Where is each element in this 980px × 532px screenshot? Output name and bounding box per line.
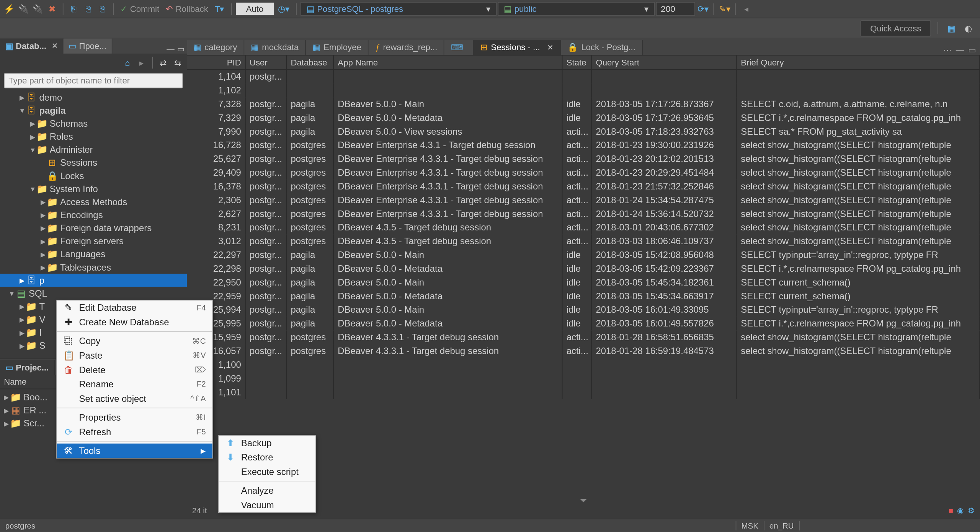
- perspective-icon-2[interactable]: ◐: [962, 21, 975, 34]
- tree-item-pagila[interactable]: ▼🗄pagila: [0, 104, 187, 117]
- tx-mode-button[interactable]: T▾: [212, 4, 227, 14]
- context-menu[interactable]: ✎Edit DatabaseF4 ✚Create New Database ⿻C…: [56, 300, 213, 459]
- menu-tools[interactable]: 🛠Tools▶: [57, 444, 212, 458]
- disconnect-icon[interactable]: ✖: [46, 2, 59, 15]
- scroll-down-icon[interactable]: [580, 499, 587, 502]
- sql-editor-icon[interactable]: ⎘: [67, 2, 80, 15]
- tab-database-navigator[interactable]: ▣ Datab... ✕: [0, 39, 63, 54]
- close-icon[interactable]: ✕: [547, 43, 554, 52]
- tab-projects[interactable]: ▭ Projec...: [0, 360, 55, 375]
- settings-icon[interactable]: ⚙: [968, 506, 975, 516]
- tree-item-sessions[interactable]: ⊞Sessions: [0, 156, 187, 169]
- maximize-icon[interactable]: ▭: [177, 44, 185, 54]
- table-row[interactable]: 2,306postgr...postgresDBeaver Enterprise…: [187, 193, 980, 207]
- plug-icon-2[interactable]: 🔌: [31, 2, 44, 15]
- menu-restore[interactable]: ⬇Restore: [219, 450, 316, 465]
- perspective-icon-1[interactable]: ▦: [945, 21, 958, 34]
- col-brief-query[interactable]: Brief Query: [737, 55, 980, 69]
- table-row[interactable]: 1,100: [187, 358, 980, 372]
- editor-tab[interactable]: ▦mockdata: [244, 40, 306, 55]
- menu-properties[interactable]: Properties⌘I: [57, 410, 212, 425]
- table-row[interactable]: 22,297postgr...pagilaDBeaver 5.0.0 - Mai…: [187, 248, 980, 262]
- editor-tab[interactable]: ƒrewards_rep...: [369, 40, 445, 55]
- table-row[interactable]: 2,627postgr...postgresDBeaver Enterprise…: [187, 207, 980, 221]
- table-row[interactable]: 7,329postgr...pagilaDBeaver 5.0.0 - Meta…: [187, 111, 980, 125]
- table-row[interactable]: 16,728postgr...postgresDBeaver Enterpris…: [187, 139, 980, 152]
- close-icon[interactable]: ✕: [52, 42, 57, 50]
- table-row[interactable]: 29,409postgr...postgresDBeaver Enterpris…: [187, 166, 980, 180]
- schema-selector[interactable]: ▤ public ▾: [498, 2, 655, 16]
- table-row[interactable]: 22,950postgr...pagilaDBeaver 5.0.0 - Mai…: [187, 276, 980, 289]
- history-button[interactable]: ◷▾: [275, 4, 292, 14]
- col-query-start[interactable]: Query Start: [592, 55, 737, 69]
- tree-item-administer[interactable]: ▼📁Administer: [0, 143, 187, 156]
- tools-submenu[interactable]: ⬆Backup ⬇Restore Execute script Analyze …: [218, 435, 316, 513]
- editor-tab[interactable]: ⌨: [444, 40, 474, 55]
- forward-icon[interactable]: ▸: [135, 56, 148, 69]
- menu-refresh[interactable]: ⟳RefreshF5: [57, 424, 212, 439]
- home-icon[interactable]: ⌂: [121, 56, 134, 69]
- menu-copy[interactable]: ⿻Copy⌘C: [57, 334, 212, 348]
- tree-item-locks[interactable]: 🔒Locks: [0, 169, 187, 182]
- maximize-icon[interactable]: ▭: [968, 45, 976, 55]
- refresh-icon[interactable]: ⟳▾: [697, 2, 710, 15]
- table-row[interactable]: 1,099: [187, 372, 980, 385]
- table-row[interactable]: 16,057postgr...postgresDBeaver 4.3.3.1 -…: [187, 344, 980, 358]
- table-row[interactable]: 22,959postgr...pagilaDBeaver 5.0.0 - Met…: [187, 289, 980, 303]
- table-row[interactable]: 3,012postgr...postgresDBeaver 4.3.5 - Ta…: [187, 235, 980, 248]
- col-pid[interactable]: PID: [187, 55, 246, 69]
- sql-script-icon[interactable]: ⎘: [82, 2, 95, 15]
- auto-button[interactable]: Auto: [235, 3, 274, 15]
- tree-item-encodings[interactable]: ▶📁Encodings: [0, 208, 187, 221]
- menu-rename[interactable]: RenameF2: [57, 377, 212, 392]
- earth-icon[interactable]: ◉: [957, 506, 964, 516]
- sql-new-icon[interactable]: ⎘: [96, 2, 109, 15]
- col-app-name[interactable]: App Name: [334, 55, 562, 69]
- menu-edit-database[interactable]: ✎Edit DatabaseF4: [57, 300, 212, 315]
- quick-access-button[interactable]: Quick Access: [861, 20, 931, 36]
- back-icon[interactable]: ◂: [740, 2, 753, 15]
- menu-execute-script[interactable]: Execute script: [219, 464, 316, 479]
- table-row[interactable]: 25,995postgr...pagilaDBeaver 5.0.0 - Met…: [187, 317, 980, 331]
- editor-tab[interactable]: ⊞Sessions - ...✕: [474, 40, 561, 55]
- menu-vacuum[interactable]: Vacuum: [219, 498, 316, 512]
- minimize-icon[interactable]: —: [956, 45, 964, 55]
- table-row[interactable]: 22,298postgr...pagilaDBeaver 5.0.0 - Met…: [187, 262, 980, 276]
- table-row[interactable]: 1,101: [187, 385, 980, 399]
- sessions-table-body[interactable]: 1,104postgr...1,1027,328postgr...pagilaD…: [187, 70, 980, 399]
- collapse-icon[interactable]: ⇆: [171, 56, 184, 69]
- editor-tab[interactable]: 🔒Lock - Postg...: [561, 40, 642, 55]
- stop-icon[interactable]: ■: [949, 506, 953, 516]
- col-database[interactable]: Database: [287, 55, 334, 69]
- table-row[interactable]: 7,990postgr...pagilaDBeaver 5.0.0 - View…: [187, 125, 980, 139]
- col-user[interactable]: User: [246, 55, 287, 69]
- rollback-button[interactable]: ↶Rollback: [163, 4, 211, 14]
- menu-set-active-object[interactable]: Set active object^⇧A: [57, 391, 212, 406]
- table-row[interactable]: 25,627postgr...postgresDBeaver Enterpris…: [187, 152, 980, 166]
- minimize-icon[interactable]: —: [167, 44, 174, 54]
- filter-input[interactable]: [4, 73, 183, 88]
- link-icon[interactable]: ⇄: [157, 56, 170, 69]
- tree-item-foreign-servers[interactable]: ▶📁Foreign servers: [0, 235, 187, 248]
- menu-backup[interactable]: ⬆Backup: [219, 436, 316, 450]
- tree-item-fdw[interactable]: ▶📁Foreign data wrappers: [0, 222, 187, 235]
- tree-item-system-info[interactable]: ▼📁System Info: [0, 182, 187, 195]
- table-row[interactable]: 8,231postgr...postgresDBeaver 4.3.5 - Ta…: [187, 221, 980, 235]
- commit-button[interactable]: ✓Commit: [118, 4, 162, 14]
- tree-item-schemas[interactable]: ▶📁Schemas: [0, 117, 187, 130]
- editor-tab[interactable]: ▦Employee: [306, 40, 369, 55]
- tree-item-selected-db[interactable]: ▶🗄p: [0, 274, 187, 287]
- table-row[interactable]: 16,378postgr...postgresDBeaver Enterpris…: [187, 180, 980, 193]
- datasource-selector[interactable]: ▤ PostgreSQL - postgres ▾: [301, 2, 497, 16]
- table-row[interactable]: 25,994postgr...pagilaDBeaver 5.0.0 - Mai…: [187, 303, 980, 317]
- rows-limit-input[interactable]: [656, 2, 695, 16]
- table-row[interactable]: 7,328postgr...pagilaDBeaver 5.0.0 - Main…: [187, 97, 980, 111]
- menu-analyze[interactable]: Analyze: [219, 483, 316, 498]
- tree-item-languages[interactable]: ▶📁Languages: [0, 248, 187, 261]
- table-row[interactable]: 1,104postgr...: [187, 70, 980, 84]
- highlight-icon[interactable]: ✎▾: [718, 2, 731, 15]
- plug-connected-icon[interactable]: ⚡: [3, 2, 16, 15]
- editor-tab[interactable]: ▦category: [187, 40, 244, 55]
- tree-item-tablespaces[interactable]: ▶📁Tablespaces: [0, 261, 187, 274]
- tree-item-access-methods[interactable]: ▶📁Access Methods: [0, 195, 187, 208]
